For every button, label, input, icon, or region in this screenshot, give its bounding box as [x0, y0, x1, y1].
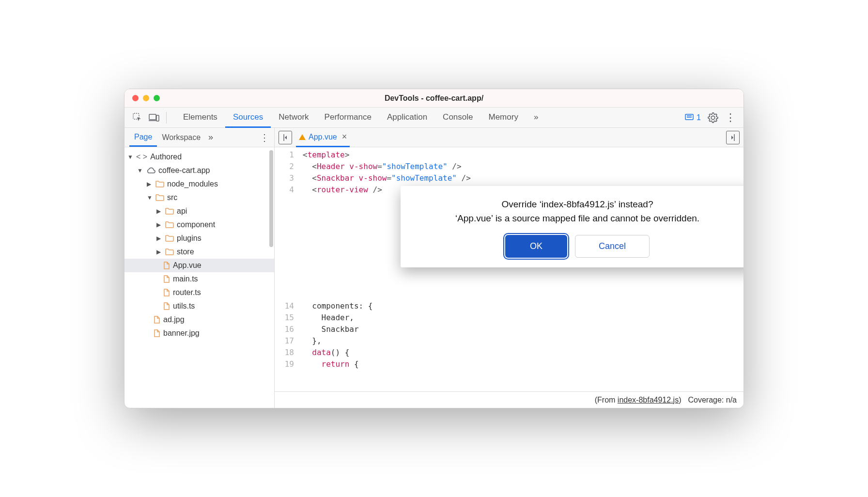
- code-editor[interactable]: 1 2 3 4 14 15 16 17 18 19 <template> <He…: [275, 147, 744, 391]
- code-icon: < >: [136, 153, 147, 161]
- issues-count: 1: [697, 113, 701, 122]
- navigator-tab-workspace[interactable]: Workspace: [157, 129, 205, 146]
- tree-file-main-ts[interactable]: main.ts: [124, 272, 274, 286]
- toggle-debugger-icon[interactable]: [726, 131, 740, 144]
- tree-label: ad.jpg: [163, 315, 185, 324]
- inspect-element-icon[interactable]: [129, 109, 146, 126]
- navigator-menu-icon[interactable]: ⋮: [260, 132, 269, 143]
- file-icon: [163, 302, 170, 310]
- override-dialog: Override ‘index-8bfa4912.js’ instead? ‘A…: [401, 186, 744, 267]
- svg-rect-3: [156, 115, 159, 121]
- device-toolbar-icon[interactable]: [146, 109, 162, 126]
- tree-label: node_modules: [167, 180, 218, 188]
- tree-folder-api[interactable]: ▶ api: [124, 204, 274, 218]
- folder-icon: [165, 235, 174, 242]
- tab-memory[interactable]: Memory: [480, 108, 526, 128]
- tree-label: plugins: [177, 234, 202, 243]
- tree-folder-plugins[interactable]: ▶ plugins: [124, 232, 274, 245]
- tab-performance[interactable]: Performance: [317, 108, 379, 128]
- issues-badge[interactable]: 1: [685, 113, 701, 122]
- panel-tabs: Elements Sources Network Performance App…: [175, 108, 546, 128]
- code-lines: <template> <Header v-show="showTemplate"…: [303, 147, 471, 391]
- navigator-tabs: Page Workspace » ⋮: [124, 128, 274, 147]
- tree-label: src: [167, 193, 177, 202]
- tree-site[interactable]: ▼ coffee-cart.app: [124, 164, 274, 177]
- tree-folder-src[interactable]: ▼ src: [124, 191, 274, 204]
- tree-label: banner.jpg: [163, 329, 200, 338]
- tree-label: coffee-cart.app: [158, 166, 210, 175]
- source-mapped-from: (From index-8bfa4912.js): [595, 396, 682, 404]
- folder-icon: [155, 194, 164, 201]
- warning-icon: [299, 134, 306, 140]
- navigator-sidebar: Page Workspace » ⋮ ▼ < > Authored ▼ cof: [124, 128, 275, 408]
- folder-icon: [165, 221, 174, 228]
- tab-sources[interactable]: Sources: [225, 108, 271, 128]
- cloud-icon: [146, 167, 155, 174]
- tree-file-router-ts[interactable]: router.ts: [124, 286, 274, 299]
- editor-pane: App.vue × 1 2 3 4 14 15: [275, 128, 744, 408]
- window-title: DevTools - coffee-cart.app/: [124, 94, 744, 103]
- tree-folder-node-modules[interactable]: ▶ node_modules: [124, 177, 274, 191]
- cancel-button[interactable]: Cancel: [575, 235, 650, 258]
- tree-label: App.vue: [173, 261, 202, 270]
- kebab-menu-icon[interactable]: ⋮: [725, 112, 736, 123]
- scrollbar[interactable]: [269, 150, 273, 247]
- close-tab-icon[interactable]: ×: [342, 132, 347, 142]
- editor-tab-app-vue[interactable]: App.vue ×: [296, 127, 350, 147]
- settings-icon[interactable]: [708, 112, 718, 123]
- tab-application[interactable]: Application: [379, 108, 435, 128]
- tab-elements[interactable]: Elements: [175, 108, 225, 128]
- ok-button[interactable]: OK: [505, 235, 567, 258]
- tree-file-utils-ts[interactable]: utils.ts: [124, 299, 274, 313]
- editor-tab-label: App.vue: [309, 133, 337, 141]
- tab-network[interactable]: Network: [271, 108, 316, 128]
- file-tree: ▼ < > Authored ▼ coffee-cart.app ▶ node_…: [124, 147, 274, 408]
- file-icon: [154, 316, 160, 324]
- navigator-tab-page[interactable]: Page: [129, 128, 157, 147]
- titlebar: DevTools - coffee-cart.app/: [124, 89, 744, 108]
- tree-root-authored[interactable]: ▼ < > Authored: [124, 150, 274, 164]
- file-icon: [163, 275, 170, 283]
- editor-tabs: App.vue ×: [275, 128, 744, 147]
- folder-icon: [155, 181, 164, 187]
- content-area: Page Workspace » ⋮ ▼ < > Authored ▼ cof: [124, 128, 744, 408]
- devtools-window: DevTools - coffee-cart.app/ Elements Sou…: [124, 89, 744, 408]
- tree-label: store: [177, 248, 194, 256]
- tree-label: Authored: [150, 153, 182, 161]
- svg-rect-1: [149, 114, 156, 120]
- toggle-navigator-icon[interactable]: [279, 131, 292, 144]
- tree-label: utils.ts: [173, 302, 195, 311]
- tab-console[interactable]: Console: [435, 108, 480, 128]
- file-icon: [163, 289, 170, 296]
- folder-icon: [165, 208, 174, 215]
- source-file-link[interactable]: index-8bfa4912.js: [618, 396, 679, 404]
- line-gutter: 1 2 3 4 14 15 16 17 18 19: [275, 147, 303, 391]
- main-toolbar: Elements Sources Network Performance App…: [124, 108, 744, 128]
- file-icon: [163, 262, 170, 269]
- coverage-status: Coverage: n/a: [688, 396, 737, 404]
- folder-icon: [165, 248, 174, 255]
- tree-label: router.ts: [173, 288, 201, 297]
- editor-statusbar: (From index-8bfa4912.js) Coverage: n/a: [275, 391, 744, 408]
- tree-folder-component[interactable]: ▶ component: [124, 218, 274, 232]
- tree-label: api: [177, 207, 187, 216]
- more-tabs-button[interactable]: »: [526, 108, 546, 128]
- divider: [166, 112, 167, 124]
- file-icon: [154, 329, 160, 337]
- tree-label: component: [177, 220, 215, 229]
- tree-folder-store[interactable]: ▶ store: [124, 245, 274, 259]
- navigator-more-tabs[interactable]: »: [205, 132, 216, 142]
- tree-label: main.ts: [173, 275, 198, 283]
- tree-file-app-vue[interactable]: App.vue: [124, 259, 274, 272]
- tree-file-ad-jpg[interactable]: ad.jpg: [124, 313, 274, 326]
- tree-file-banner-jpg[interactable]: banner.jpg: [124, 326, 274, 340]
- dialog-message: Override ‘index-8bfa4912.js’ instead? ‘A…: [410, 198, 744, 225]
